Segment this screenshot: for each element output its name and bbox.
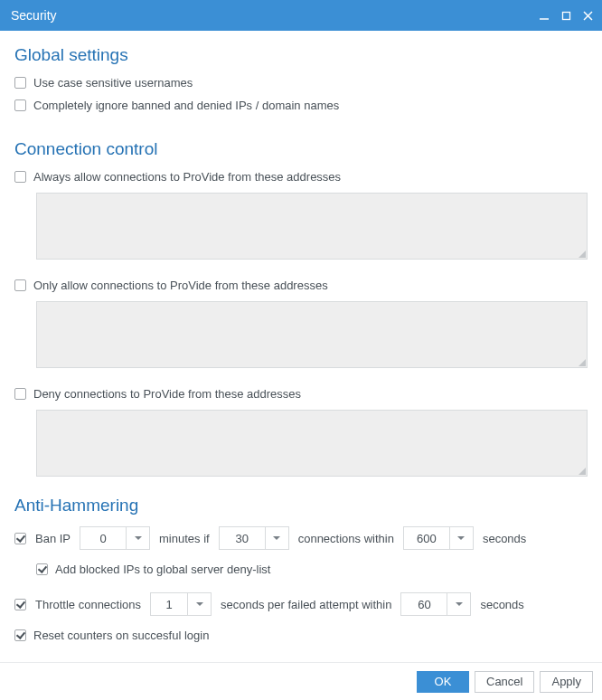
input-ban-seconds[interactable] (404, 527, 449, 549)
checkbox-deny[interactable] (14, 388, 26, 400)
spinner-throttle-within (400, 592, 471, 616)
section-heading-global: Global settings (14, 45, 588, 65)
label-ban-ip: Ban IP (35, 532, 71, 545)
label-seconds-2: seconds (480, 598, 523, 611)
content: Global settings Use case sensitive usern… (0, 31, 602, 669)
label-throttle: Throttle connections (35, 598, 141, 611)
label-minutes-if: minutes if (159, 532, 210, 545)
textarea-always-allow[interactable] (36, 193, 588, 260)
label-deny: Deny connections to ProVide from these a… (33, 387, 301, 401)
label-add-blocked: Add blocked IPs to global server deny-li… (55, 563, 270, 576)
label-only-allow: Only allow connections to ProVide from t… (33, 279, 328, 292)
label-reset-counters: Reset counters on succesful login (33, 629, 209, 642)
checkbox-reset-counters[interactable] (14, 629, 26, 641)
maximize-icon[interactable] (559, 8, 573, 23)
input-ban-conn[interactable] (220, 527, 265, 549)
input-ban-minutes[interactable] (80, 527, 126, 549)
checkbox-ignore-banned[interactable] (14, 99, 26, 111)
spinner-ban-conn (219, 526, 289, 550)
input-throttle-per[interactable] (151, 593, 187, 615)
spinner-ban-minutes (80, 526, 150, 550)
label-ignore-banned: Completely ignore banned and denied IPs … (33, 99, 339, 112)
label-always-allow: Always allow connections to ProVide from… (33, 170, 341, 184)
spinner-caret-icon[interactable] (447, 593, 470, 615)
section-heading-anti: Anti-Hammering (14, 496, 588, 516)
close-icon[interactable] (580, 8, 595, 23)
spinner-ban-seconds (403, 526, 474, 550)
checkbox-add-blocked[interactable] (36, 563, 48, 575)
spinner-caret-icon[interactable] (449, 527, 473, 549)
label-spfaw: seconds per failed attempt within (221, 598, 391, 611)
window-controls (537, 8, 595, 23)
footer: OK Cancel Apply (0, 662, 602, 700)
checkbox-always-allow[interactable] (14, 171, 26, 183)
cancel-button[interactable]: Cancel (475, 671, 534, 693)
label-seconds-1: seconds (483, 532, 526, 545)
ok-button[interactable]: OK (417, 671, 469, 693)
label-conn-within: connections within (298, 532, 394, 545)
spinner-throttle-per (150, 592, 212, 616)
titlebar: Security (0, 0, 602, 31)
checkbox-ban-ip[interactable] (14, 533, 26, 544)
checkbox-throttle[interactable] (14, 599, 26, 610)
svg-rect-1 (562, 12, 569, 19)
minimize-icon[interactable] (537, 8, 551, 23)
apply-button[interactable]: Apply (540, 671, 593, 693)
textarea-only-allow[interactable] (36, 301, 588, 368)
label-case-sensitive: Use case sensitive usernames (33, 76, 193, 90)
spinner-caret-icon[interactable] (265, 527, 288, 549)
spinner-caret-icon[interactable] (126, 527, 149, 549)
window-title: Security (11, 8, 57, 23)
section-heading-connection: Connection control (14, 139, 588, 159)
textarea-deny[interactable] (36, 410, 588, 477)
checkbox-only-allow[interactable] (14, 279, 26, 291)
input-throttle-within[interactable] (401, 593, 447, 615)
spinner-caret-icon[interactable] (187, 593, 211, 615)
checkbox-case-sensitive[interactable] (14, 77, 26, 89)
